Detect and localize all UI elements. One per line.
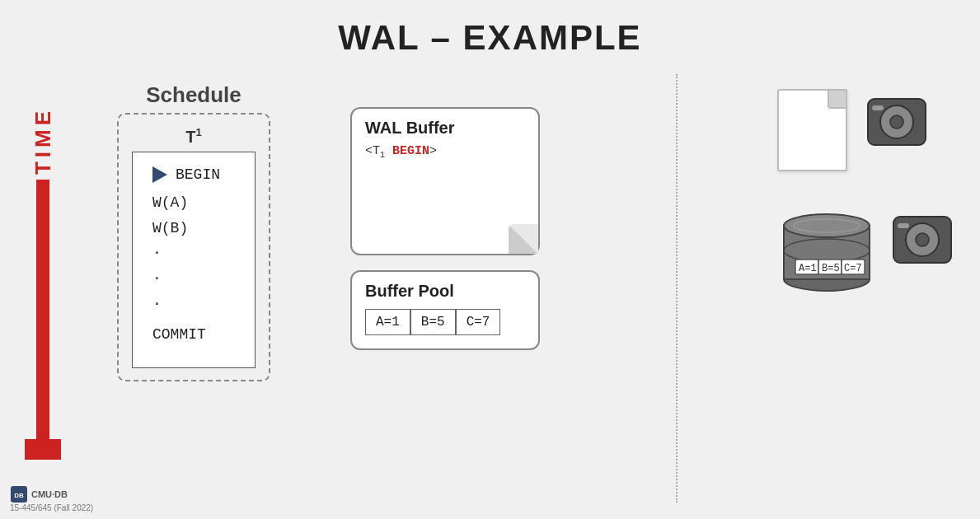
dots3-label: · — [152, 292, 235, 317]
vertical-divider — [676, 74, 678, 503]
cell-a: A=1 — [365, 309, 410, 335]
wal-buffer-content: <T1 BEGIN> — [365, 144, 525, 160]
cell-c: C=7 — [456, 309, 501, 335]
schedule-outer-box: T1 BEGIN W(A) W(B) · · · COMMIT — [117, 113, 270, 381]
hdd-bottom-icon — [889, 207, 955, 273]
svg-rect-20 — [898, 223, 909, 228]
wa-label: W(A) — [152, 190, 235, 216]
t1-header: T1 — [185, 126, 201, 147]
svg-text:B=5: B=5 — [822, 263, 840, 274]
transaction-container: T1 BEGIN W(A) W(B) · · · COMMIT — [132, 126, 256, 368]
page-corner-icon — [828, 91, 846, 109]
buffer-pool-box: Buffer Pool A=1 B=5 C=7 — [350, 270, 540, 350]
begin-arrow-icon — [152, 166, 167, 183]
transaction-box: BEGIN W(A) W(B) · · · COMMIT — [132, 152, 256, 369]
footer: DB CMU·DB 15-445/645 (Fall 2022) — [10, 485, 93, 512]
buffer-pool-cells: A=1 B=5 C=7 — [365, 309, 525, 335]
middle-section: WAL Buffer <T1 BEGIN> Buffer Pool A=1 B=… — [350, 107, 540, 350]
svg-text:A=1: A=1 — [799, 263, 817, 274]
svg-rect-5 — [872, 105, 884, 110]
svg-point-19 — [916, 233, 929, 246]
svg-text:DB: DB — [14, 492, 24, 499]
cmudb-logo-icon: DB — [10, 485, 28, 503]
schedule-label: Schedule — [146, 82, 241, 108]
wal-buffer-box: WAL Buffer <T1 BEGIN> — [350, 107, 540, 255]
hdd-top-icon — [864, 89, 930, 155]
begin-keyword: BEGIN — [392, 144, 429, 158]
cell-b: B=5 — [410, 309, 456, 335]
page-title: WAL – EXAMPLE — [0, 0, 980, 58]
svg-point-4 — [890, 115, 903, 129]
buffer-pool-title: Buffer Pool — [365, 282, 525, 301]
right-section: A=1 B=5 C=7 — [777, 89, 955, 295]
time-arrow-svg — [25, 180, 61, 460]
svg-text:C=7: C=7 — [844, 263, 862, 274]
schedule-section: Schedule T1 BEGIN W(A) W(B) · · — [70, 82, 317, 381]
page-document-icon — [777, 89, 847, 171]
dots2-label: · — [152, 266, 235, 292]
commit-label: COMMIT — [152, 326, 235, 343]
brand-label: CMU·DB — [31, 489, 68, 499]
dots-label: · — [152, 241, 235, 266]
begin-row: BEGIN — [152, 162, 235, 188]
course-label: 15-445/645 (Fall 2022) — [10, 503, 93, 512]
begin-label: BEGIN — [176, 162, 220, 188]
db-cylinder: A=1 B=5 C=7 — [777, 185, 876, 295]
wb-label: W(B) — [152, 216, 235, 241]
svg-point-8 — [784, 214, 870, 237]
time-arrow-container: TIME — [25, 107, 61, 461]
time-label: TIME — [30, 107, 56, 175]
wal-buffer-title: WAL Buffer — [365, 119, 525, 138]
